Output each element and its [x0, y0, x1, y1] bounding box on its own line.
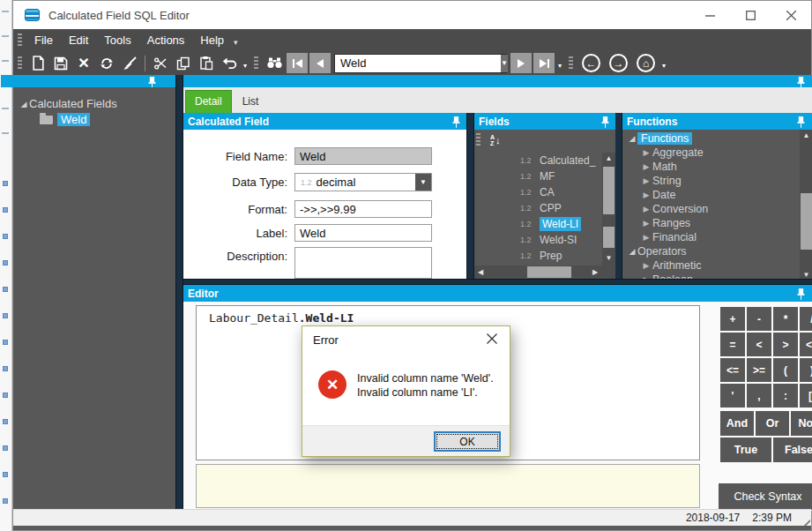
op-equals-button[interactable]: = — [720, 333, 745, 356]
next-record-button[interactable] — [510, 53, 532, 73]
op-or-button[interactable]: Or — [756, 411, 789, 436]
ok-button[interactable]: OK — [434, 431, 501, 452]
tab-list[interactable]: List — [234, 91, 268, 113]
copy-button[interactable] — [172, 53, 195, 74]
sort-button[interactable]: AZ ↓ — [490, 134, 501, 146]
fields-vertical-scrollbar[interactable]: ▲ ▼ — [602, 153, 615, 265]
menu-edit[interactable]: Edit — [61, 29, 96, 51]
op-greater-button[interactable]: > — [773, 333, 798, 356]
op-not-button[interactable]: Not — [791, 411, 812, 436]
field-list-item[interactable]: 1.2CA — [474, 184, 601, 200]
op-minus-button[interactable]: - — [747, 307, 771, 331]
op-brackets-button[interactable]: [] — [800, 384, 812, 408]
scrollbar-thumb[interactable] — [603, 227, 615, 248]
left-panel-pin-icon[interactable] — [147, 76, 157, 87]
tree-node-math[interactable]: ▶Math — [622, 160, 800, 174]
field-list-item[interactable]: 1.2CPP — [474, 200, 601, 216]
op-and-button[interactable]: And — [720, 411, 754, 436]
tree-node-arithmetic[interactable]: ▶Arithmetic — [622, 258, 800, 273]
op-notequal-button[interactable]: <> — [800, 333, 812, 356]
tree-node-boolean[interactable]: ▶Boolean — [622, 273, 800, 279]
error-dialog-close-button[interactable] — [474, 326, 510, 351]
op-colon-button[interactable]: : — [773, 384, 798, 408]
scroll-up-icon[interactable]: ▲ — [800, 130, 812, 142]
op-closeparen-button[interactable]: ) — [800, 358, 812, 382]
scroll-down-icon[interactable]: ▼ — [800, 271, 812, 279]
splitter-cf-fields[interactable] — [466, 113, 474, 279]
toolbar-grip[interactable] — [18, 56, 22, 71]
find-button[interactable] — [263, 53, 286, 74]
scroll-up-icon[interactable]: ▲ — [602, 153, 615, 165]
first-record-button[interactable] — [287, 53, 308, 73]
label-input[interactable] — [294, 224, 432, 242]
undo-button[interactable] — [218, 53, 241, 74]
menu-grip[interactable] — [18, 34, 22, 48]
op-quote-button[interactable]: ' — [720, 384, 745, 408]
op-openparen-button[interactable]: ( — [773, 358, 798, 382]
scrollbar-thumb[interactable] — [603, 167, 615, 214]
menu-tools[interactable]: Tools — [96, 29, 138, 51]
last-record-button[interactable] — [533, 53, 555, 73]
op-divide-button[interactable]: / — [800, 307, 812, 331]
field-list-item-selected[interactable]: 1.2Weld-LI — [474, 216, 601, 232]
op-plus-button[interactable]: + — [720, 307, 745, 331]
tree-node-calculated-fields[interactable]: ◢ Calculated Fields — [13, 87, 175, 111]
menu-overflow-icon[interactable]: ▾ — [234, 34, 238, 47]
format-input[interactable] — [294, 200, 432, 218]
delete-button[interactable]: ✕ — [72, 53, 95, 74]
op-multiply-button[interactable]: * — [773, 307, 798, 331]
tree-node-aggregate[interactable]: ▶Aggregate — [622, 146, 800, 160]
menu-file[interactable]: File — [26, 29, 61, 51]
toolbar-grip-2[interactable] — [254, 56, 258, 71]
expanded-node-icon[interactable]: ◢ — [19, 100, 29, 108]
field-list-item[interactable]: 1.2Weld-SI — [474, 232, 601, 248]
check-syntax-button[interactable]: Check Syntax — [719, 483, 812, 510]
scrollbar-thumb[interactable] — [801, 193, 812, 250]
fields-horizontal-scrollbar[interactable]: ◀ ▶ — [474, 266, 601, 279]
op-comma-button[interactable]: , — [747, 384, 771, 408]
description-input[interactable] — [294, 247, 432, 279]
tree-node-string[interactable]: ▶String — [622, 174, 800, 188]
tree-node-ranges[interactable]: ▶Ranges — [622, 216, 800, 230]
nav-dropdown-icon[interactable]: ▾ — [555, 56, 564, 70]
tree-node-financial[interactable]: ▶Financial — [622, 230, 800, 244]
left-splitter[interactable] — [175, 75, 183, 511]
tree-node-functions[interactable]: ◢Functions — [622, 131, 800, 146]
field-name-input[interactable] — [294, 147, 432, 165]
editor-pin-icon[interactable] — [796, 288, 806, 299]
functions-scrollbar[interactable]: ▲ ▼ — [800, 130, 812, 279]
tree-node-operators[interactable]: ◢Operators — [622, 244, 800, 258]
menu-help[interactable]: Help — [192, 29, 232, 51]
maximize-button[interactable] — [730, 1, 771, 29]
close-button[interactable] — [771, 1, 811, 29]
forward-button[interactable]: → — [609, 54, 628, 72]
new-button[interactable] — [26, 53, 49, 74]
back-button[interactable]: ← — [582, 54, 600, 72]
tree-node-conversion[interactable]: ▶Conversion — [622, 202, 800, 216]
minimize-button[interactable] — [689, 1, 730, 29]
scrollbar-thumb[interactable] — [527, 266, 571, 278]
op-lessequal-button[interactable]: <= — [720, 358, 745, 382]
scroll-down-icon[interactable]: ▼ — [602, 252, 615, 265]
scroll-right-icon[interactable]: ▶ — [589, 268, 601, 276]
fields-pin-icon[interactable] — [600, 116, 610, 127]
toolbar-grip-3[interactable] — [569, 56, 573, 71]
scroll-left-icon[interactable]: ◀ — [474, 268, 487, 276]
field-list-item[interactable]: 1.2Calculated_ — [474, 153, 601, 168]
refresh-button[interactable] — [95, 53, 118, 74]
tab-detail[interactable]: Detail — [185, 90, 232, 113]
op-greaterequal-button[interactable]: >= — [747, 358, 771, 382]
field-list-item[interactable]: 1.2Blast — [474, 264, 601, 265]
functions-pin-icon[interactable] — [796, 116, 806, 127]
tree-node-date[interactable]: ▶Date — [622, 188, 800, 202]
calculated-field-pin-icon[interactable] — [451, 116, 461, 127]
home-button[interactable]: ⌂ — [637, 54, 655, 72]
field-list-item[interactable]: 1.2Prep — [474, 248, 601, 264]
editor-splitter[interactable] — [183, 279, 812, 285]
field-list-item[interactable]: 1.2MF — [474, 168, 601, 184]
save-button[interactable] — [49, 53, 72, 74]
splitter-fields-functions[interactable] — [615, 113, 622, 279]
history-dropdown-icon[interactable]: ▾ — [659, 56, 668, 70]
data-type-combo[interactable]: 1.2 decimal ▼ — [294, 173, 432, 191]
clean-button[interactable] — [118, 53, 141, 74]
